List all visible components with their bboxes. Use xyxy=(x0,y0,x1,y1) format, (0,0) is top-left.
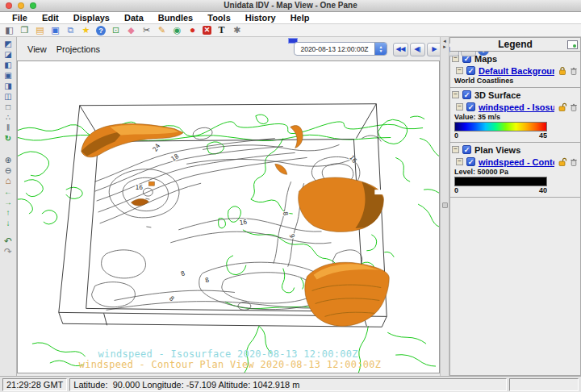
pan-right-icon[interactable]: → xyxy=(2,197,15,207)
isosurface-layer xyxy=(82,123,390,326)
menu-view[interactable]: View xyxy=(27,44,55,54)
collapse-isosurface-icon[interactable]: − xyxy=(456,103,463,111)
contour-plan-link[interactable]: windspeed - Contour Pl... xyxy=(479,157,554,167)
splitter-collapse-arrows[interactable]: ◂▸ xyxy=(441,38,449,49)
svg-text:9: 9 xyxy=(288,233,296,239)
trash-icon[interactable] xyxy=(569,102,579,112)
collapse-contour-icon[interactable]: − xyxy=(456,158,463,165)
stop-delete-icon[interactable]: ✕ xyxy=(203,26,211,35)
cut-icon[interactable]: ✂ xyxy=(141,25,152,35)
map-3d-viewport[interactable]: 24 18 16 16 16 8 9 8 8 8 xyxy=(17,60,440,373)
auto-rotate-icon[interactable]: ↻ xyxy=(2,133,15,144)
splitter-handle[interactable] xyxy=(442,202,448,208)
isosurface-display-label: windspeed - Isosurface 2020-08-13 12:00:… xyxy=(98,348,358,360)
background-maps-checkbox[interactable]: ✓ xyxy=(466,66,475,75)
menu-edit[interactable]: Edit xyxy=(35,13,66,23)
legend-section-maps: − ✓ Maps − ✓ Default Background Maps Wor… xyxy=(450,52,580,88)
time-value: 2020-08-13 12:00:00Z xyxy=(295,45,374,53)
clock-readout: 21:29:28 GMT xyxy=(2,378,67,391)
isosurface-checkbox[interactable]: ✓ xyxy=(466,102,475,111)
view-cube-left-icon[interactable]: ◧ xyxy=(2,60,15,70)
reset-projection-icon[interactable]: □ xyxy=(2,102,15,112)
step-back-button[interactable]: ◀| xyxy=(410,43,425,56)
globe-icon[interactable]: ◉ xyxy=(172,25,182,35)
view-menu-bar: View Projections 2020-08-13 12:00:00Z ▲▼… xyxy=(17,37,440,60)
legend-title: Legend xyxy=(498,39,533,50)
trash-icon[interactable] xyxy=(569,157,579,167)
windspeed-colorbar[interactable] xyxy=(454,122,547,131)
contour-plan-checkbox[interactable]: ✓ xyxy=(466,157,475,166)
view-cube-bottom-icon[interactable]: ◪ xyxy=(2,49,15,60)
main-area: ◩ ◪ ◧ ▣ ◨ ◫ □ ∴ ‖ ↻ ⊕ ⊖ ⌂ ← → ↑ ↓ ↶ ↷ Vi… xyxy=(0,37,581,376)
unlock-icon[interactable] xyxy=(558,157,567,167)
trash-icon[interactable] xyxy=(569,66,579,76)
pan-up-icon[interactable]: ↑ xyxy=(2,207,15,218)
home-view-icon[interactable]: ⌂ xyxy=(2,176,15,186)
svg-text:16: 16 xyxy=(239,219,248,227)
menu-tools[interactable]: Tools xyxy=(200,13,238,23)
surface-visibility-checkbox[interactable]: ✓ xyxy=(462,90,471,99)
section-title-3d-surface: 3D Surface xyxy=(474,90,520,100)
panel-splitter[interactable]: ◂▸ xyxy=(440,37,449,376)
pan-down-icon[interactable]: ↓ xyxy=(2,218,15,228)
cursor-position-readout: Latitude: 90.000 Longitude: -57.109 Alti… xyxy=(69,378,507,391)
contour-display-label: windspeed - Contour Plan View 2020-08-13… xyxy=(79,359,382,370)
eraser-icon[interactable]: ◆ xyxy=(126,25,136,35)
menu-bundles[interactable]: Bundles xyxy=(151,13,200,23)
collapse-background-maps-icon[interactable]: − xyxy=(456,67,463,74)
plan-views-visibility-checkbox[interactable]: ✓ xyxy=(462,145,471,154)
edit-pencil-icon[interactable]: ✎ xyxy=(157,25,167,35)
save-bundle-icon[interactable]: ▣ xyxy=(50,25,61,35)
redo-icon[interactable]: ↷ xyxy=(2,247,15,257)
colorbar-min: 0 xyxy=(454,131,458,140)
minimize-window-button[interactable] xyxy=(18,2,24,9)
legend-panel: Legend − ✓ Maps − ✓ Default Background M… xyxy=(449,37,581,376)
view-cube-center-icon[interactable]: ▣ xyxy=(2,70,15,81)
open-bundle-icon[interactable]: ▤ xyxy=(35,25,45,35)
view-cube-top-icon[interactable]: ◩ xyxy=(2,39,15,49)
menu-help[interactable]: Help xyxy=(283,13,317,23)
view-cube-right-icon[interactable]: ◨ xyxy=(2,81,15,91)
isosurface-value-label: Value: 35 m/s xyxy=(452,113,579,122)
menu-bar: File Edit Displays Data Bundles Tools Hi… xyxy=(0,12,581,24)
view-toolbar-rail: ◩ ◪ ◧ ▣ ◨ ◫ □ ∴ ‖ ↻ ⊕ ⊖ ⌂ ← → ↑ ↓ ↶ ↷ xyxy=(0,37,17,376)
collapse-plan-views-icon[interactable]: − xyxy=(452,146,459,153)
settings-gear-icon[interactable]: ✱ xyxy=(232,25,242,35)
float-legend-icon[interactable] xyxy=(567,40,578,49)
unlock-icon[interactable] xyxy=(558,102,567,112)
menu-file[interactable]: File xyxy=(5,13,35,23)
text-tool-icon[interactable]: T xyxy=(216,25,227,35)
colorbar-max: 45 xyxy=(539,131,547,140)
svg-text:8: 8 xyxy=(180,269,186,277)
menu-projections[interactable]: Projections xyxy=(56,44,108,54)
lock-icon[interactable] xyxy=(558,66,567,76)
collapse-3d-surface-icon[interactable]: − xyxy=(452,91,459,98)
title-bar: Unidata IDV - Map View - One Pane xyxy=(0,0,581,12)
isosurface-link[interactable]: windspeed - Isosurface xyxy=(479,102,554,112)
time-select-combobox[interactable]: 2020-08-13 12:00:00Z ▲▼ xyxy=(294,42,387,56)
contour-level-label: Level: 50000 Pa xyxy=(452,168,579,177)
display-labels: windspeed - Isosurface 2020-08-13 12:00:… xyxy=(79,348,382,370)
contour-colorbar[interactable] xyxy=(454,177,547,186)
help-icon[interactable]: ? xyxy=(96,26,106,35)
perspective-axes-icon[interactable]: ∴ xyxy=(2,112,15,123)
export-image-icon[interactable]: ⊡ xyxy=(111,25,121,35)
zoom-window-button[interactable] xyxy=(30,2,36,9)
record-icon[interactable]: ● xyxy=(187,25,198,35)
background-maps-link[interactable]: Default Background Maps xyxy=(479,66,554,76)
copy-display-icon[interactable]: ⧉ xyxy=(65,25,76,35)
go-to-first-button[interactable]: ◀◀ xyxy=(393,43,408,56)
view-cube-front-icon[interactable]: ◫ xyxy=(2,91,15,102)
menu-displays[interactable]: Displays xyxy=(66,13,117,23)
vertical-scale-icon[interactable]: ‖ xyxy=(2,123,15,133)
time-stepper[interactable]: ▲▼ xyxy=(374,43,387,55)
new-display-icon[interactable]: ❐ xyxy=(19,25,30,35)
close-window-button[interactable] xyxy=(6,2,12,9)
status-bar: 21:29:28 GMT Latitude: 90.000 Longitude:… xyxy=(0,376,581,392)
show-dashboard-icon[interactable]: ◧ xyxy=(4,25,15,35)
pan-left-icon[interactable]: ← xyxy=(2,186,15,197)
favorites-star-icon[interactable]: ★ xyxy=(81,25,91,35)
menu-data[interactable]: Data xyxy=(117,13,151,23)
zoom-in-globe-icon[interactable]: ⊕ xyxy=(2,155,15,165)
menu-history[interactable]: History xyxy=(238,13,283,23)
